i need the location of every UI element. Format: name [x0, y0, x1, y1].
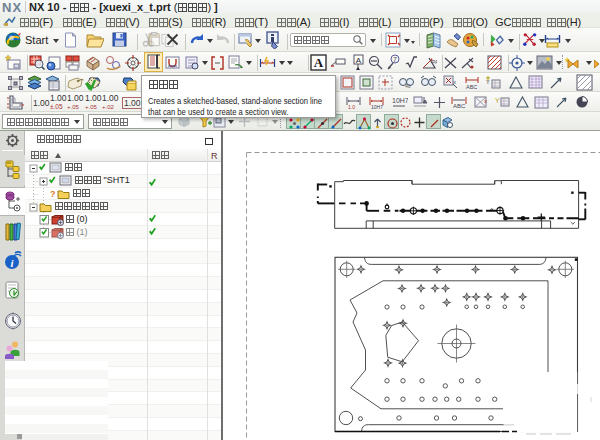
- svg-text:x: x: [453, 79, 456, 85]
- svg-text:10H7: 10H7: [392, 97, 408, 104]
- svg-text:ABC: ABC: [466, 84, 477, 90]
- svg-text:Y: Y: [486, 79, 490, 85]
- svg-text:PA: PA: [432, 59, 437, 65]
- svg-text:A: A: [356, 56, 362, 65]
- svg-text:A: A: [314, 55, 324, 70]
- svg-text:10H7: 10H7: [371, 104, 383, 110]
- svg-text:?: ?: [50, 189, 56, 199]
- svg-text:7: 7: [393, 56, 397, 63]
- svg-text:1.0: 1.0: [348, 104, 355, 110]
- svg-text:Y: Y: [495, 97, 500, 104]
- svg-text:40: 40: [405, 83, 411, 89]
- svg-text:x: x: [484, 98, 487, 104]
- svg-text:ABC: ABC: [453, 103, 466, 109]
